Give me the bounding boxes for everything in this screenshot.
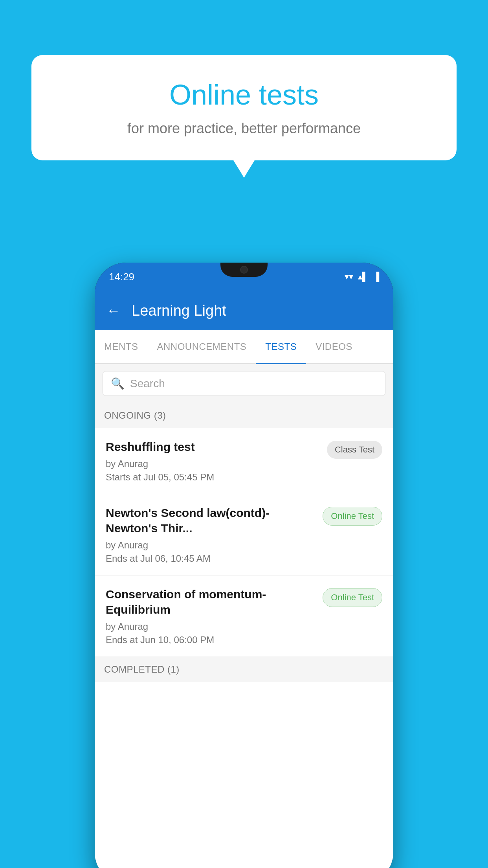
- test-item[interactable]: Conservation of momentum-Equilibrium by …: [95, 576, 393, 657]
- test-item[interactable]: Reshuffling test by Anurag Starts at Jul…: [95, 428, 393, 494]
- test-item-left: Conservation of momentum-Equilibrium by …: [106, 587, 323, 645]
- test-author: by Anurag: [106, 540, 315, 551]
- tabs-bar: MENTS ANNOUNCEMENTS TESTS VIDEOS: [95, 330, 393, 364]
- phone-notch: [220, 263, 268, 277]
- speech-bubble-container: Online tests for more practice, better p…: [31, 55, 457, 160]
- phone-frame: 14:29 ▾▾ ▴▌ ▐ ← Learning Light MENTS ANN…: [95, 263, 393, 868]
- wifi-icon: ▾▾: [345, 272, 353, 282]
- search-input[interactable]: Search: [130, 377, 165, 390]
- search-container: 🔍 Search: [95, 364, 393, 403]
- completed-section-header: COMPLETED (1): [95, 657, 393, 682]
- battery-icon: ▐: [373, 272, 379, 282]
- tab-announcements[interactable]: ANNOUNCEMENTS: [148, 330, 256, 363]
- completed-header-text: COMPLETED (1): [104, 664, 180, 675]
- search-bar[interactable]: 🔍 Search: [103, 371, 385, 396]
- test-list: Reshuffling test by Anurag Starts at Jul…: [95, 428, 393, 868]
- app-content: ← Learning Light MENTS ANNOUNCEMENTS TES…: [95, 291, 393, 868]
- test-title: Conservation of momentum-Equilibrium: [106, 587, 315, 617]
- test-date: Ends at Jun 10, 06:00 PM: [106, 634, 315, 645]
- test-badge-class: Class Test: [327, 441, 382, 459]
- bubble-subtitle: for more practice, better performance: [63, 120, 425, 137]
- test-item-left: Reshuffling test by Anurag Starts at Jul…: [106, 439, 327, 483]
- test-item[interactable]: Newton's Second law(contd)-Newton's Thir…: [95, 494, 393, 576]
- speech-bubble: Online tests for more practice, better p…: [31, 55, 457, 160]
- back-button[interactable]: ←: [106, 302, 121, 319]
- test-author: by Anurag: [106, 458, 319, 469]
- ongoing-section-header: ONGOING (3): [95, 403, 393, 428]
- tab-ments[interactable]: MENTS: [95, 330, 148, 363]
- bubble-title: Online tests: [63, 79, 425, 111]
- test-badge-online: Online Test: [323, 507, 382, 526]
- test-title: Newton's Second law(contd)-Newton's Thir…: [106, 505, 315, 536]
- test-title: Reshuffling test: [106, 439, 319, 454]
- status-time: 14:29: [109, 271, 134, 283]
- test-item-left: Newton's Second law(contd)-Newton's Thir…: [106, 505, 323, 564]
- front-camera: [240, 266, 248, 274]
- test-badge-online-2: Online Test: [323, 588, 382, 607]
- signal-icon: ▴▌: [358, 272, 369, 282]
- test-date: Ends at Jul 06, 10:45 AM: [106, 553, 315, 564]
- search-icon: 🔍: [111, 377, 125, 390]
- app-bar: ← Learning Light: [95, 291, 393, 330]
- status-bar: 14:29 ▾▾ ▴▌ ▐: [95, 263, 393, 291]
- tab-videos[interactable]: VIDEOS: [306, 330, 362, 363]
- test-date: Starts at Jul 05, 05:45 PM: [106, 472, 319, 483]
- ongoing-header-text: ONGOING (3): [104, 410, 166, 421]
- status-icons: ▾▾ ▴▌ ▐: [345, 272, 379, 282]
- test-author: by Anurag: [106, 621, 315, 632]
- tab-tests[interactable]: TESTS: [256, 330, 306, 363]
- app-bar-title: Learning Light: [132, 302, 226, 319]
